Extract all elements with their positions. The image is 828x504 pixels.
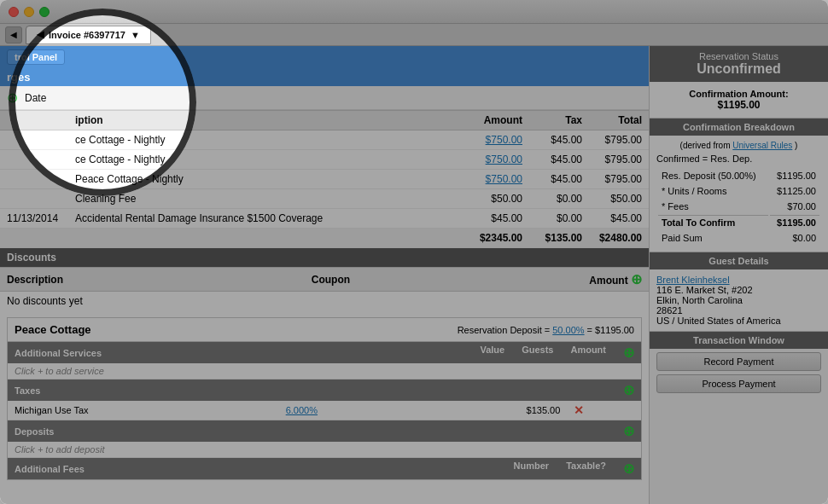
control-panel-btn[interactable]: trol Panel	[7, 49, 65, 65]
taxes-header: Taxes ⊕	[8, 379, 641, 401]
cell-tax: $0.00	[529, 209, 589, 229]
add-deposit-label: Click + to add deposit	[8, 442, 641, 458]
tab-label: Invoice #6397717	[49, 30, 125, 40]
rule-label: Confirmed = Res. Dep.	[656, 154, 821, 164]
breakdown-value: $1195.00	[770, 215, 819, 229]
add-service-row[interactable]: Click + to add service	[8, 363, 641, 379]
amount-link[interactable]: $750.00	[486, 173, 522, 185]
cell-date: 11/13/2014	[0, 209, 68, 229]
cell-tax: $45.00	[529, 130, 589, 150]
confirmation-breakdown-content: (derived from Universal Rules ) Confirme…	[650, 136, 828, 252]
minimize-button[interactable]	[24, 7, 34, 17]
sidebar: Reservation Status Unconfirmed Confirmat…	[649, 46, 828, 504]
taxes-table: Michigan Use Tax 6.000% $135.00 ✕	[8, 401, 641, 420]
table-row: 11/13/2014 Accidental Rental Damage Insu…	[0, 209, 649, 229]
derived-label: (derived from	[680, 141, 731, 150]
disc-col-description: Description	[0, 268, 241, 292]
tax-rate-link[interactable]: 6.000%	[286, 405, 318, 415]
breakdown-row: Paid Sum $0.00	[658, 231, 819, 245]
nav-bar: trol Panel	[0, 46, 649, 68]
table-row: Peace Cottage - Nightly $750.00 $45.00 $…	[0, 170, 649, 189]
derived-close: )	[795, 141, 797, 150]
add-deposit-row[interactable]: Click + to add deposit	[8, 442, 641, 458]
process-payment-button[interactable]: Process Payment	[656, 374, 821, 393]
add-service-btn[interactable]: ⊕	[623, 345, 634, 361]
additional-services-table: Click + to add service	[8, 363, 641, 379]
cell-amount: $750.00	[461, 150, 529, 170]
cell-total: $50.00	[589, 189, 649, 209]
deposits-table: Click + to add deposit	[8, 442, 641, 458]
amount-link[interactable]: $750.00	[486, 134, 522, 146]
taxes-title: Taxes	[15, 385, 40, 396]
add-date-row: ⊕ Date	[0, 86, 649, 110]
add-date-icon[interactable]: ⊕	[7, 90, 18, 106]
maximize-button[interactable]	[39, 7, 50, 17]
tax-name: Michigan Use Tax	[8, 401, 279, 420]
discounts-section-header: Discounts	[0, 248, 649, 267]
deposits-header: Deposits ⊕	[8, 420, 641, 442]
cell-description: ce Cottage - Nightly	[68, 150, 461, 170]
guest-name-link[interactable]: Brent Kleinheksel	[656, 275, 730, 285]
col-description-header: iption	[68, 111, 461, 130]
subtotal-tax: $135.00	[529, 229, 589, 248]
date-label: Date	[25, 92, 46, 104]
deposit-amount: $1195.00	[595, 325, 634, 335]
confirmation-amount-value: $1195.00	[656, 99, 821, 111]
guest-details-content: Brent Kleinheksel 116 E. Market St, #202…	[650, 269, 828, 332]
cell-description: ce Cottage - Nightly	[68, 130, 461, 150]
subtotal-label	[68, 229, 461, 248]
main-layout: trol Panel rges ⊕ Date iption Amount Tax	[0, 46, 828, 504]
cell-tax: $45.00	[529, 150, 589, 170]
add-service-label: Click + to add service	[8, 363, 461, 379]
add-tax-btn[interactable]: ⊕	[623, 382, 634, 398]
cell-description: Peace Cottage - Nightly	[68, 170, 461, 189]
cell-total: $45.00	[589, 209, 649, 229]
disc-col-coupon: Coupon	[241, 268, 421, 292]
tax-row: Michigan Use Tax 6.000% $135.00 ✕	[8, 401, 641, 420]
discounts-title: Discounts	[7, 252, 56, 264]
breakdown-row: Res. Deposit (50.00%) $1195.00	[658, 169, 819, 182]
titlebar	[0, 0, 828, 24]
add-deposit-btn[interactable]: ⊕	[623, 423, 634, 439]
derived-from: (derived from Universal Rules )	[656, 141, 821, 150]
charges-title: rges	[7, 71, 30, 84]
breakdown-value: $1125.00	[770, 184, 819, 198]
tab-prev-arrow[interactable]: ◀	[5, 26, 22, 43]
guest-address4: US / United States of America	[656, 316, 821, 326]
confirmation-amount-section: Confirmation Amount: $1195.00	[650, 82, 828, 119]
content-area: trol Panel rges ⊕ Date iption Amount Tax	[0, 46, 649, 504]
discounts-empty-msg: No discounts yet	[0, 292, 649, 311]
breakdown-table: Res. Deposit (50.00%) $1195.00 * Units /…	[656, 167, 821, 246]
universal-rules-link[interactable]: Universal Rules	[732, 141, 792, 150]
amount-link[interactable]: $750.00	[486, 154, 522, 165]
property-section: Peace Cottage Reservation Deposit = 50.0…	[7, 317, 642, 480]
deposit-pct-link[interactable]: 50.00%	[552, 325, 584, 335]
services-col-amount: Amount	[570, 345, 606, 361]
tabbar: ◀ ◀ Invoice #6397717 ▼	[0, 24, 828, 46]
transaction-window-title: Transaction Window	[650, 332, 828, 349]
col-tax-header: Tax	[529, 111, 589, 130]
confirmation-amount-label: Confirmation Amount:	[656, 89, 821, 99]
services-col-value: Value	[480, 345, 504, 361]
breakdown-value: $0.00	[770, 231, 819, 245]
deposits-title: Deposits	[15, 426, 54, 437]
cell-date	[0, 130, 68, 150]
property-header: Peace Cottage Reservation Deposit = 50.0…	[8, 318, 641, 342]
property-title: Peace Cottage	[15, 323, 91, 336]
tab-invoice[interactable]: ◀ Invoice #6397717 ▼	[26, 26, 151, 44]
add-discount-btn[interactable]: ⊕	[631, 272, 642, 287]
remove-tax-btn[interactable]: ✕	[567, 401, 641, 420]
guest-address3: 28621	[656, 305, 821, 316]
subtotal-total: $2480.00	[589, 229, 649, 248]
cell-description: Cleaning Fee	[68, 189, 461, 209]
invoice-table: iption Amount Tax Total ce Cottage - Nig…	[0, 110, 649, 248]
close-button[interactable]	[9, 7, 19, 17]
cell-amount: $45.00	[461, 209, 529, 229]
add-fee-btn[interactable]: ⊕	[623, 461, 634, 477]
subtotal-row: $2345.00 $135.00 $2480.00	[0, 229, 649, 248]
traffic-lights	[9, 7, 50, 17]
cell-total: $795.00	[589, 130, 649, 150]
record-payment-button[interactable]: Record Payment	[656, 352, 821, 371]
cell-description: Accidental Rental Damage Insurance $1500…	[68, 209, 461, 229]
fees-col-number: Number	[514, 461, 550, 477]
